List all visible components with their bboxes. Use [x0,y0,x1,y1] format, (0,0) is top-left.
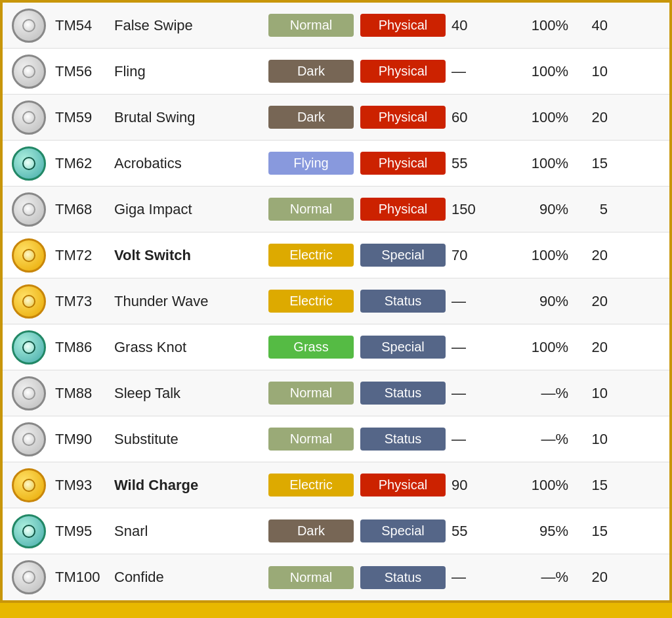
move-accuracy: 100% [501,247,574,264]
move-category: Special [357,244,449,267]
move-type: Flying [265,152,357,175]
disc-icon-tm90 [3,422,55,456]
move-category: Status [357,290,449,313]
move-pp: 10 [574,431,613,448]
move-name: Fling [114,63,265,80]
type-badge: Grass [268,336,354,359]
move-type: Electric [265,244,357,267]
move-accuracy: —% [501,569,574,586]
move-name: Snarl [114,523,265,540]
category-badge: Physical [360,474,446,497]
type-badge: Dark [268,106,354,129]
move-power: 60 [449,109,501,126]
move-category: Special [357,519,449,542]
move-pp: 15 [574,523,613,540]
tm-number: TM54 [55,17,114,34]
move-type: Grass [265,336,357,359]
move-category: Status [357,382,449,405]
move-type: Dark [265,519,357,542]
table-row: TM93 Wild Charge Electric Physical 90 10… [3,462,669,508]
tm-disc [12,100,46,135]
tm-disc [12,514,46,548]
move-category: Physical [357,152,449,175]
category-badge: Physical [360,198,446,221]
disc-icon-tm93 [3,468,55,502]
move-name: Grass Knot [114,339,265,356]
move-pp: 15 [574,155,613,172]
move-type: Dark [265,60,357,83]
move-accuracy: 95% [501,523,574,540]
tm-disc [12,284,46,319]
disc-icon-tm88 [3,376,55,410]
move-accuracy: 100% [501,17,574,34]
category-badge: Physical [360,152,446,175]
table-row: TM56 Fling Dark Physical — 100% 10 [3,49,669,95]
move-name: Confide [114,569,265,586]
move-accuracy: —% [501,385,574,402]
move-category: Status [357,566,449,589]
move-pp: 10 [574,63,613,80]
move-category: Physical [357,474,449,497]
category-badge: Status [360,566,446,589]
disc-icon-tm73 [3,284,55,319]
move-power: 55 [449,523,501,540]
move-name: False Swipe [114,17,265,34]
move-name: Volt Switch [114,247,265,264]
tm-number: TM68 [55,201,114,218]
move-category: Special [357,336,449,359]
table-row: TM90 Substitute Normal Status — —% 10 [3,416,669,462]
move-category: Physical [357,198,449,221]
table-row: TM59 Brutal Swing Dark Physical 60 100% … [3,95,669,141]
tm-number: TM59 [55,109,114,126]
tm-disc [12,55,46,89]
tm-disc [12,376,46,410]
move-accuracy: 100% [501,155,574,172]
tm-number: TM95 [55,523,114,540]
type-badge: Normal [268,428,354,451]
tm-number: TM73 [55,293,114,310]
tm-table: TM54 False Swipe Normal Physical 40 100%… [0,0,672,603]
move-pp: 20 [574,339,613,356]
type-badge: Normal [268,382,354,405]
tm-number: TM90 [55,431,114,448]
type-badge: Flying [268,152,354,175]
disc-icon-tm95 [3,514,55,548]
type-badge: Normal [268,14,354,37]
tm-number: TM72 [55,247,114,264]
disc-icon-tm86 [3,330,55,364]
disc-icon-tm72 [3,238,55,273]
move-accuracy: —% [501,431,574,448]
category-badge: Status [360,290,446,313]
disc-icon-tm100 [3,560,55,594]
move-power: — [449,339,501,356]
move-category: Physical [357,60,449,83]
tm-disc [12,330,46,364]
move-accuracy: 100% [501,63,574,80]
disc-icon-tm54 [3,9,55,43]
move-type: Electric [265,474,357,497]
tm-disc [12,9,46,43]
type-badge: Dark [268,519,354,542]
move-category: Physical [357,106,449,129]
table-row: TM72 Volt Switch Electric Special 70 100… [3,232,669,278]
type-badge: Electric [268,244,354,267]
move-pp: 10 [574,385,613,402]
tm-disc [12,468,46,502]
category-badge: Special [360,519,446,542]
move-category: Physical [357,14,449,37]
table-row: TM88 Sleep Talk Normal Status — —% 10 [3,370,669,416]
tm-disc [12,146,46,181]
table-row: TM86 Grass Knot Grass Special — 100% 20 [3,324,669,370]
move-accuracy: 90% [501,293,574,310]
move-type: Normal [265,382,357,405]
category-badge: Status [360,382,446,405]
tm-disc [12,560,46,594]
move-power: 40 [449,17,501,34]
move-name: Substitute [114,431,265,448]
move-pp: 20 [574,569,613,586]
move-power: 90 [449,477,501,494]
move-pp: 20 [574,293,613,310]
move-type: Electric [265,290,357,313]
tm-number: TM62 [55,155,114,172]
move-type: Dark [265,106,357,129]
